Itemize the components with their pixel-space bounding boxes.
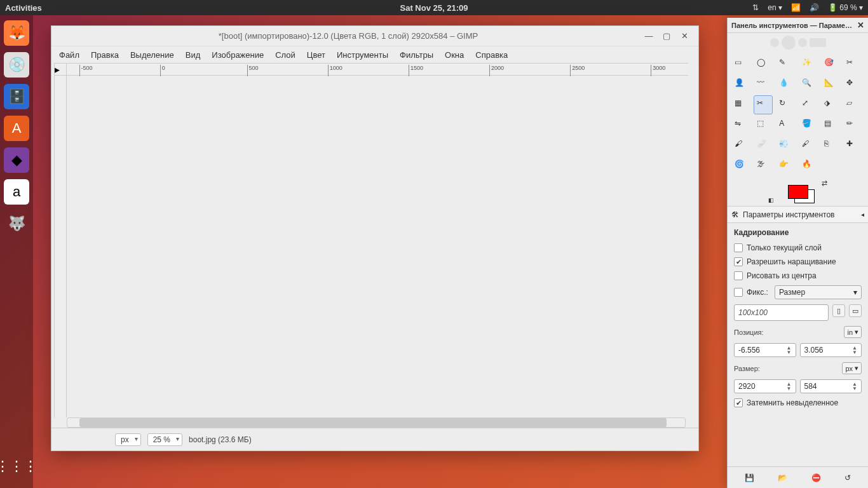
menu-edit[interactable]: Правка (91, 50, 119, 60)
unit-selector[interactable]: px (115, 433, 141, 446)
landscape-icon[interactable]: ▭ (849, 304, 862, 317)
tool-zoom[interactable]: 🔍 (799, 75, 818, 94)
tool-scissors[interactable]: ✂ (843, 55, 862, 74)
toolbox-titlebar[interactable]: Панель инструментов — Параме… ✕ (728, 18, 868, 33)
toolbox-close-icon[interactable]: ✕ (857, 20, 864, 30)
expand-icon[interactable]: ◂ (861, 211, 864, 218)
launcher-disks[interactable]: 💿 (4, 52, 29, 78)
menu-file[interactable]: Файл (59, 50, 79, 60)
menu-layer[interactable]: Слой (275, 50, 295, 60)
ruler-vertical[interactable] (54, 76, 67, 417)
tool-heal[interactable]: ✚ (843, 136, 862, 155)
position-y-input[interactable]: 3.056▲▼ (800, 343, 862, 357)
default-colors-icon[interactable]: ◧ (768, 197, 774, 203)
battery-indicator[interactable]: 🔋 69 % ▾ (828, 3, 863, 12)
checkbox-icon[interactable] (734, 288, 743, 297)
tool-paths[interactable]: 〰 (754, 75, 773, 94)
tool-text[interactable]: A (776, 116, 795, 135)
size-w-input[interactable]: 2920▲▼ (734, 379, 796, 393)
language-indicator[interactable]: en ▾ (768, 3, 782, 12)
highlight-option[interactable]: ✔ Затемнить невыделенное (734, 398, 862, 407)
horizontal-scrollbar[interactable] (67, 417, 686, 428)
tool-pencil[interactable]: ✏ (843, 116, 862, 135)
clock[interactable]: Sat Nov 25, 21:09 (400, 3, 468, 13)
tool-ink[interactable]: 🖋 (799, 136, 818, 155)
launcher-amazon[interactable]: a (4, 179, 29, 205)
minimize-button[interactable]: — (640, 29, 658, 43)
portrait-icon[interactable]: ▯ (832, 304, 845, 317)
tool-align[interactable]: ▦ (731, 95, 750, 114)
allow-growing-option[interactable]: ✔ Разрешить наращивание (734, 257, 862, 266)
only-current-layer-option[interactable]: Только текущий слой (734, 243, 862, 252)
draw-from-center-option[interactable]: Рисовать из центра (734, 271, 862, 280)
tool-rect-select[interactable]: ▭ (731, 55, 750, 74)
size-unit-combo[interactable]: px ▾ (842, 362, 862, 374)
tool-perspective-clone[interactable]: 🌀 (731, 156, 750, 175)
size-h-input[interactable]: 584▲▼ (800, 379, 862, 393)
menu-help[interactable]: Справка (475, 50, 508, 60)
tool-fuzzy-select[interactable]: ✨ (799, 55, 818, 74)
tool-move[interactable]: ✥ (843, 75, 862, 94)
tool-smudge[interactable]: 👉 (776, 156, 795, 175)
menu-select[interactable]: Выделение (130, 50, 174, 60)
tool-rotate[interactable]: ↻ (776, 95, 795, 114)
delete-preset-icon[interactable]: ⛔ (811, 473, 821, 482)
checkbox-icon[interactable] (734, 243, 743, 252)
menu-image[interactable]: Изображение (212, 50, 264, 60)
close-button[interactable]: ✕ (675, 29, 693, 43)
menu-tools[interactable]: Инструменты (337, 50, 388, 60)
ruler-horizontal[interactable]: -500 0 500 1000 1500 2000 2500 3000 (67, 63, 688, 76)
tool-foreground[interactable]: 👤 (731, 75, 750, 94)
checkbox-icon[interactable]: ✔ (734, 257, 743, 266)
tool-blend[interactable]: ▤ (821, 116, 840, 135)
launcher-firefox[interactable]: 🦊 (4, 20, 29, 46)
position-unit-combo[interactable]: in ▾ (844, 326, 862, 338)
tool-clone[interactable]: ⎘ (821, 136, 840, 155)
maximize-button[interactable]: ▢ (658, 29, 675, 43)
menu-view[interactable]: Вид (186, 50, 201, 60)
save-preset-icon[interactable]: 💾 (745, 473, 754, 482)
tool-airbrush[interactable]: 💨 (776, 136, 795, 155)
tool-eraser[interactable]: 🩹 (754, 136, 773, 155)
launcher-software[interactable]: A (4, 116, 29, 141)
ruler-corner[interactable]: ▸ (54, 63, 67, 76)
menu-color[interactable]: Цвет (307, 50, 325, 60)
tool-cage[interactable]: ⬚ (754, 116, 773, 135)
tool-blur[interactable]: 🌫 (754, 156, 773, 175)
tool-shear[interactable]: ⬗ (821, 95, 840, 114)
tool-dodge[interactable]: 🔥 (799, 156, 818, 175)
tool-perspective[interactable]: ▱ (843, 95, 862, 114)
menu-filters[interactable]: Фильтры (400, 50, 433, 60)
launcher-store[interactable]: ◆ (4, 147, 29, 173)
position-x-input[interactable]: -6.556▲▼ (734, 343, 796, 357)
wifi-icon[interactable]: 📶 (791, 3, 801, 12)
volume-icon[interactable]: 🔊 (810, 3, 819, 12)
window-titlebar[interactable]: *[boot] (импортировано)-12.0 (Цвета RGB,… (51, 26, 698, 46)
checkbox-icon[interactable]: ✔ (734, 398, 743, 407)
tool-paintbrush[interactable]: 🖌 (731, 136, 750, 155)
swap-colors-icon[interactable]: ⇄ (822, 179, 827, 187)
tool-ellipse-select[interactable]: ◯ (754, 55, 773, 74)
fixed-size-input[interactable]: 100x100 (734, 304, 829, 321)
tool-bucket[interactable]: 🪣 (799, 116, 818, 135)
tool-crop[interactable]: ✂ (754, 95, 773, 114)
menu-windows[interactable]: Окна (445, 50, 464, 60)
tool-options-tab[interactable]: 🛠 Параметры инструментов ◂ (728, 207, 868, 223)
tool-scale[interactable]: ⤢ (799, 95, 818, 114)
activities-button[interactable]: Activities (5, 3, 42, 13)
reset-preset-icon[interactable]: ↺ (844, 473, 851, 482)
checkbox-icon[interactable] (734, 271, 743, 280)
fixed-combo[interactable]: Размер▾ (775, 285, 862, 299)
tool-color-select[interactable]: 🎯 (821, 55, 840, 74)
zoom-selector[interactable]: 25 % (147, 433, 182, 446)
tool-flip[interactable]: ⇋ (731, 116, 750, 135)
tool-free-select[interactable]: ✎ (776, 55, 795, 74)
restore-preset-icon[interactable]: 📂 (778, 473, 787, 482)
tool-measure[interactable]: 📐 (821, 75, 840, 94)
tool-color-picker[interactable]: 💧 (776, 75, 795, 94)
dropbox-icon[interactable]: ⇅ (752, 3, 759, 12)
launcher-files[interactable]: 🗄️ (4, 84, 29, 109)
launcher-gimp[interactable]: 🐺 (4, 211, 29, 236)
show-applications[interactable]: ⋮⋮⋮ (4, 454, 29, 479)
foreground-color-swatch[interactable] (788, 185, 808, 199)
